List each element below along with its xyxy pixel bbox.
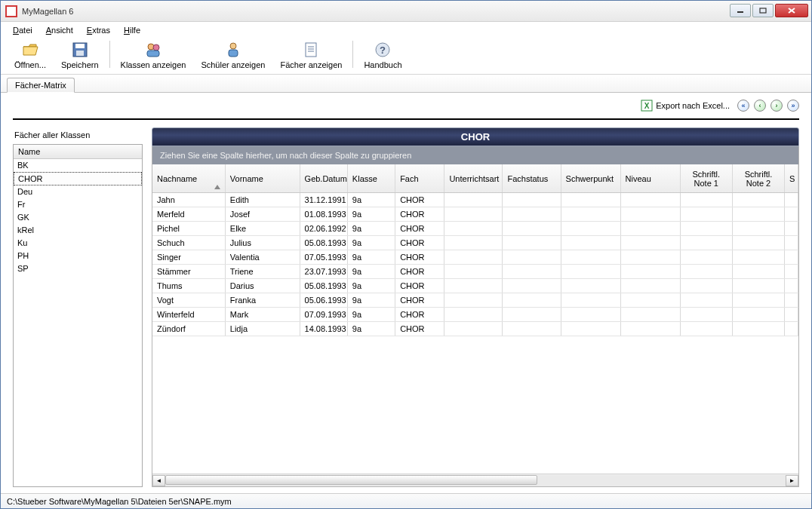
- cell-note2[interactable]: [733, 193, 785, 207]
- cell-note2[interactable]: [733, 308, 785, 321]
- col-s[interactable]: S: [785, 164, 798, 192]
- open-button[interactable]: Öffnen...: [7, 38, 54, 71]
- cell-gebdatum[interactable]: 05.08.1993: [300, 236, 348, 250]
- cell-note1[interactable]: [681, 308, 733, 321]
- cell-gebdatum[interactable]: 05.06.1993: [300, 293, 348, 307]
- cell-note2[interactable]: [733, 222, 785, 235]
- cell-note1[interactable]: [681, 222, 733, 235]
- cell-vorname[interactable]: Darius: [226, 279, 300, 293]
- cell-schwerpunkt[interactable]: [561, 322, 621, 336]
- cell-fach[interactable]: CHOR: [395, 308, 444, 321]
- cell-gebdatum[interactable]: 02.06.1992: [300, 222, 348, 235]
- cell-gebdatum[interactable]: 01.08.1993: [300, 207, 348, 221]
- show-subjects-button[interactable]: Fächer anzeigen: [272, 38, 349, 71]
- cell-note2[interactable]: [733, 207, 785, 221]
- cell-klasse[interactable]: 9a: [348, 193, 395, 207]
- cell-schwerpunkt[interactable]: [561, 250, 621, 264]
- cell-note1[interactable]: [681, 207, 733, 221]
- cell-nachname[interactable]: Stämmer: [152, 265, 226, 278]
- cell-s[interactable]: [785, 293, 798, 307]
- cell-gebdatum[interactable]: 31.12.1991: [300, 193, 348, 207]
- cell-unterrichtsart[interactable]: [444, 308, 503, 321]
- cell-unterrichtsart[interactable]: [444, 193, 503, 207]
- cell-fach[interactable]: CHOR: [395, 279, 444, 293]
- cell-gebdatum[interactable]: 07.05.1993: [300, 250, 348, 264]
- nav-prev-button[interactable]: ‹: [754, 100, 766, 112]
- menu-datei[interactable]: Datei: [8, 24, 37, 36]
- cell-fachstatus[interactable]: [503, 322, 561, 336]
- cell-unterrichtsart[interactable]: [444, 293, 503, 307]
- table-row[interactable]: StämmerTriene23.07.19939aCHOR: [152, 265, 798, 279]
- cell-klasse[interactable]: 9a: [348, 250, 395, 264]
- cell-note1[interactable]: [681, 265, 733, 278]
- cell-nachname[interactable]: Singer: [152, 250, 226, 264]
- cell-klasse[interactable]: 9a: [348, 265, 395, 278]
- cell-note1[interactable]: [681, 236, 733, 250]
- cell-s[interactable]: [785, 308, 798, 321]
- cell-note2[interactable]: [733, 322, 785, 336]
- col-niveau[interactable]: Niveau: [621, 164, 681, 192]
- cell-vorname[interactable]: Franka: [226, 293, 300, 307]
- close-button[interactable]: [775, 4, 808, 17]
- cell-schwerpunkt[interactable]: [561, 293, 621, 307]
- cell-fach[interactable]: CHOR: [395, 265, 444, 278]
- col-klasse[interactable]: Klasse: [348, 164, 395, 192]
- cell-vorname[interactable]: Julius: [226, 236, 300, 250]
- subject-row[interactable]: BK: [14, 159, 142, 172]
- cell-fachstatus[interactable]: [503, 293, 561, 307]
- export-excel-button[interactable]: X Export nach Excel...: [638, 99, 733, 112]
- cell-klasse[interactable]: 9a: [348, 279, 395, 293]
- cell-unterrichtsart[interactable]: [444, 250, 503, 264]
- cell-s[interactable]: [785, 207, 798, 221]
- horizontal-scrollbar[interactable]: ◄ ►: [152, 474, 798, 486]
- handbook-button[interactable]: ? Handbuch: [356, 38, 409, 71]
- table-row[interactable]: VogtFranka05.06.19939aCHOR: [152, 293, 798, 308]
- scroll-thumb[interactable]: [165, 475, 537, 485]
- cell-fachstatus[interactable]: [503, 308, 561, 321]
- save-button[interactable]: Speichern: [54, 38, 106, 71]
- table-row[interactable]: WinterfeldMark07.09.19939aCHOR: [152, 308, 798, 322]
- table-row[interactable]: MerfeldJosef01.08.19939aCHOR: [152, 207, 798, 222]
- table-row[interactable]: PichelElke02.06.19929aCHOR: [152, 222, 798, 236]
- cell-klasse[interactable]: 9a: [348, 322, 395, 336]
- cell-nachname[interactable]: Zündorf: [152, 322, 226, 336]
- cell-fach[interactable]: CHOR: [395, 250, 444, 264]
- cell-s[interactable]: [785, 250, 798, 264]
- cell-s[interactable]: [785, 236, 798, 250]
- col-note2[interactable]: Schriftl. Note 2: [733, 164, 785, 192]
- table-row[interactable]: ThumsDarius05.08.19939aCHOR: [152, 279, 798, 293]
- cell-fach[interactable]: CHOR: [395, 322, 444, 336]
- cell-fach[interactable]: CHOR: [395, 222, 444, 235]
- scroll-track[interactable]: [165, 475, 786, 486]
- cell-s[interactable]: [785, 265, 798, 278]
- cell-fachstatus[interactable]: [503, 207, 561, 221]
- cell-niveau[interactable]: [621, 293, 681, 307]
- cell-gebdatum[interactable]: 23.07.1993: [300, 265, 348, 278]
- cell-unterrichtsart[interactable]: [444, 322, 503, 336]
- cell-fach[interactable]: CHOR: [395, 293, 444, 307]
- col-unterrichtsart[interactable]: Unterrichtsart: [444, 164, 503, 192]
- cell-s[interactable]: [785, 279, 798, 293]
- cell-fachstatus[interactable]: [503, 236, 561, 250]
- cell-klasse[interactable]: 9a: [348, 222, 395, 235]
- cell-note1[interactable]: [681, 193, 733, 207]
- cell-klasse[interactable]: 9a: [348, 293, 395, 307]
- menu-extras[interactable]: Extras: [82, 24, 115, 36]
- show-students-button[interactable]: Schüler anzeigen: [193, 38, 272, 71]
- cell-niveau[interactable]: [621, 207, 681, 221]
- col-fach[interactable]: Fach: [395, 164, 444, 192]
- cell-note2[interactable]: [733, 250, 785, 264]
- cell-schwerpunkt[interactable]: [561, 308, 621, 321]
- table-row[interactable]: SchuchJulius05.08.19939aCHOR: [152, 236, 798, 250]
- subject-row[interactable]: SP: [14, 262, 142, 275]
- subject-list[interactable]: Name BKCHORDeuFrGKkRelKuPHSP: [13, 144, 143, 487]
- cell-klasse[interactable]: 9a: [348, 236, 395, 250]
- subject-row[interactable]: CHOR: [14, 172, 142, 186]
- cell-note2[interactable]: [733, 236, 785, 250]
- cell-s[interactable]: [785, 193, 798, 207]
- cell-vorname[interactable]: Josef: [226, 207, 300, 221]
- cell-fach[interactable]: CHOR: [395, 236, 444, 250]
- subject-row[interactable]: Fr: [14, 198, 142, 211]
- cell-s[interactable]: [785, 322, 798, 336]
- table-row[interactable]: ZündorfLidja14.08.19939aCHOR: [152, 322, 798, 336]
